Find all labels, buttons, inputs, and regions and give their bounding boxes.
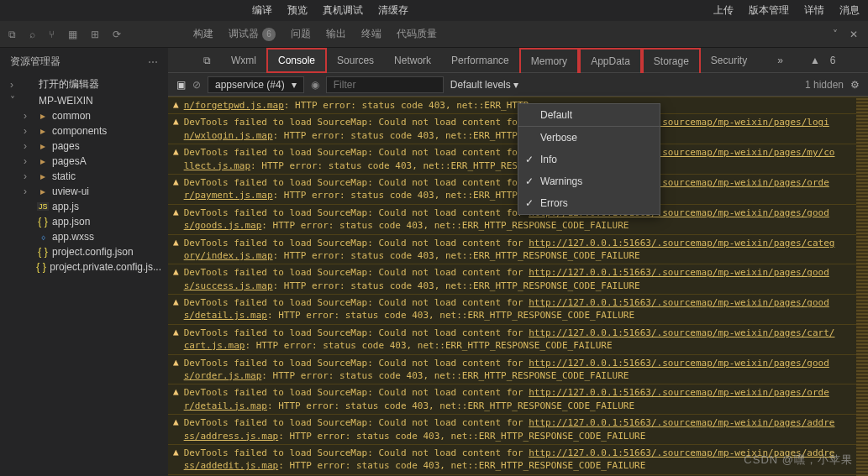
tab-quality[interactable]: 代码质量 (397, 27, 437, 41)
menu-item[interactable]: 清缓存 (378, 3, 408, 18)
warning-icon: ▲ (173, 146, 179, 172)
expand-icon[interactable]: » (767, 48, 793, 73)
tree-item[interactable]: ›打开的编辑器 (3, 76, 168, 93)
tab-issues[interactable]: 问题 (291, 27, 311, 41)
tab-debugger[interactable]: 调试器6 (229, 27, 276, 41)
tab-security[interactable]: Security (701, 48, 757, 73)
tab-console[interactable]: Console (266, 48, 327, 73)
tab-network[interactable]: Network (384, 48, 441, 73)
menu-item[interactable]: 上传 (713, 3, 734, 18)
content-area: ⧉ Wxml Console Sources Network Performan… (168, 48, 868, 476)
bug-icon[interactable]: ⟳ (113, 29, 121, 40)
watermark: CSDN @嘿，小苹果 (744, 452, 853, 468)
warning-icon: ▲ (173, 327, 179, 353)
menu-item[interactable]: 真机调试 (323, 3, 363, 18)
filter-input[interactable] (326, 76, 444, 93)
tree-item[interactable]: ›▸pagesA (3, 154, 168, 169)
more-icon[interactable]: ⋯ (148, 56, 158, 68)
scrollbar[interactable] (856, 98, 868, 476)
chevron-down-icon[interactable]: ˅ (833, 29, 838, 40)
warning-icon: ▲ (173, 357, 179, 383)
tree-item[interactable]: JSapp.js (3, 199, 168, 214)
tree-item[interactable]: ›▸pages (3, 139, 168, 154)
menu-item[interactable]: 版本管理 (749, 3, 789, 18)
warning-icon: ▲ (173, 207, 179, 233)
level-errors[interactable]: ✓Errors (518, 192, 660, 214)
menu-item[interactable]: 详情 (804, 3, 824, 18)
warning-icon: ▲ (173, 176, 179, 202)
log-row: ▲DevTools failed to load SourceMap: Coul… (168, 384, 868, 414)
log-row: ▲DevTools failed to load SourceMap: Coul… (168, 324, 868, 354)
log-row: ▲DevTools failed to load SourceMap: Coul… (168, 354, 868, 384)
tree-item[interactable]: ⬨app.wxss (3, 229, 168, 244)
toolbar: ⧉ ⌕ ⑂ ▦ ⊞ ⟳ 构建 调试器6 问题 输出 终端 代码质量 ˅ ✕ (0, 21, 868, 48)
log-row: ▲DevTools failed to load SourceMap: Coul… (168, 264, 868, 294)
tab-build[interactable]: 构建 (193, 27, 213, 41)
tab-terminal[interactable]: 终端 (361, 27, 381, 41)
project-icon[interactable]: ⊞ (91, 29, 99, 40)
tab-memory[interactable]: Memory (519, 48, 579, 73)
inspect-icon[interactable]: ⧉ (193, 48, 221, 73)
log-row: ▲DevTools failed to load SourceMap: Coul… (168, 294, 868, 324)
close-icon[interactable]: ✕ (850, 29, 858, 40)
tree-item[interactable]: ›▸common (3, 108, 168, 123)
files-icon[interactable]: ⧉ (8, 29, 16, 40)
tree-item[interactable]: ›▸uview-ui (3, 184, 168, 199)
sidebar: 资源管理器⋯ ›打开的编辑器˅MP-WEIXIN›▸common›▸compon… (0, 48, 168, 476)
sidebar-title: 资源管理器⋯ (0, 48, 168, 76)
warning-icon: ▲ (173, 296, 179, 322)
warning-icon: ▲ (173, 116, 179, 142)
clear-icon[interactable]: ⊘ (192, 79, 201, 91)
tree-item[interactable]: { }project.config.json (3, 244, 168, 259)
search-icon[interactable]: ⌕ (29, 29, 35, 40)
warning-icon: ▲ (173, 447, 179, 473)
warning-icon: ▲ (173, 416, 179, 442)
ext-icon[interactable]: ▦ (68, 29, 77, 40)
branch-icon[interactable]: ⑂ (49, 29, 55, 40)
eye-icon[interactable]: ◉ (311, 79, 319, 91)
tab-wxml[interactable]: Wxml (221, 48, 266, 73)
level-default[interactable]: Default (518, 104, 660, 127)
error-count[interactable]: ■ 4 (862, 48, 868, 73)
tree-item[interactable]: { }app.json (3, 214, 168, 229)
tree-item[interactable]: { }project.private.config.js... (3, 259, 168, 275)
menubar: 编译预览真机调试清缓存 上传版本管理详情消息 (0, 0, 868, 21)
level-warnings[interactable]: ✓Warnings (518, 170, 660, 192)
gear-icon[interactable]: ⚙ (850, 79, 860, 91)
tree-item[interactable]: ›▸static (3, 169, 168, 184)
devtools-tabs: ⧉ Wxml Console Sources Network Performan… (168, 48, 868, 73)
levels-select[interactable]: Default levels ▾ (450, 79, 518, 91)
levels-dropdown: Default Verbose ✓Info ✓Warnings ✓Errors (518, 103, 660, 215)
log-row: ▲DevTools failed to load SourceMap: Coul… (168, 414, 868, 444)
menu-item[interactable]: 编译 (252, 3, 272, 18)
tab-storage[interactable]: Storage (642, 48, 701, 73)
tree-item[interactable]: ˅MP-WEIXIN (3, 93, 168, 108)
hidden-count[interactable]: 1 hidden (805, 79, 844, 91)
level-info[interactable]: ✓Info (518, 149, 660, 170)
warning-icon: ▲ (173, 386, 179, 412)
tab-appdata[interactable]: AppData (579, 48, 642, 73)
tab-output[interactable]: 输出 (326, 27, 346, 41)
menu-item[interactable]: 消息 (839, 3, 860, 18)
warning-icon: ▲ (173, 266, 179, 292)
context-select[interactable]: appservice (#4)▾ (208, 76, 304, 93)
tab-performance[interactable]: Performance (441, 48, 519, 73)
level-verbose[interactable]: Verbose (518, 127, 660, 149)
filter-bar: ▣ ⊘ appservice (#4)▾ ◉ Default levels ▾ … (168, 73, 868, 97)
tree-item[interactable]: ›▸components (3, 123, 168, 139)
sidebar-toggle-icon[interactable]: ▣ (176, 79, 186, 91)
warning-icon: ▲ (173, 99, 179, 112)
warning-icon: ▲ (173, 237, 179, 263)
warning-count[interactable]: ▲ 6 (800, 48, 856, 73)
tab-sources[interactable]: Sources (327, 48, 384, 73)
menu-item[interactable]: 预览 (287, 3, 308, 18)
log-row: ▲DevTools failed to load SourceMap: Coul… (168, 234, 868, 264)
